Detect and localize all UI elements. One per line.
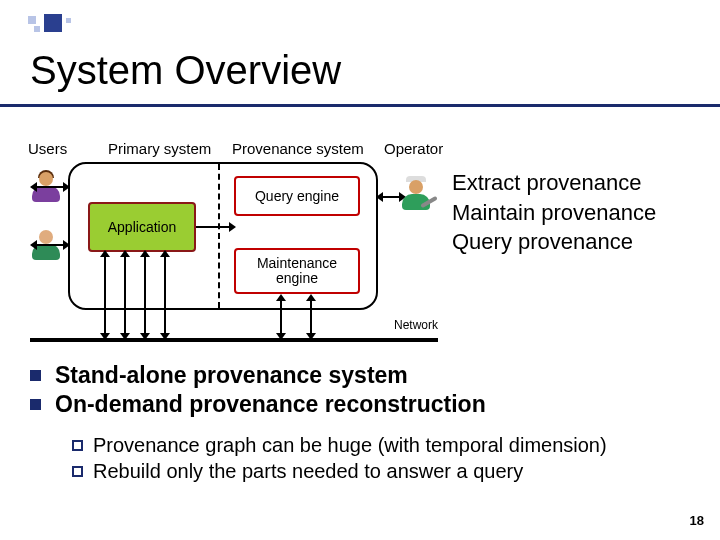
bullet-icon <box>30 399 41 410</box>
bullet-icon <box>30 370 41 381</box>
network-label: Network <box>394 318 438 332</box>
sub-bullet-icon <box>72 466 83 477</box>
arrow-app-net-4 <box>164 256 166 334</box>
label-users: Users <box>28 140 67 157</box>
side-text: Extract provenance Maintain provenance Q… <box>452 168 656 257</box>
arrow-user2-app <box>36 244 64 246</box>
sub-bullet-text: Rebuild only the parts needed to answer … <box>93 460 523 483</box>
bullet-text: On-demand provenance reconstruction <box>55 391 486 418</box>
title-rule <box>0 104 720 107</box>
label-provenance: Provenance system <box>232 140 364 157</box>
side-line: Extract provenance <box>452 168 656 198</box>
panel-divider <box>218 164 220 308</box>
side-line: Query provenance <box>452 227 656 257</box>
network-line <box>30 338 438 342</box>
sub-bullet-icon <box>72 440 83 451</box>
main-bullets: Stand-alone provenance system On-demand … <box>30 362 486 420</box>
side-line: Maintain provenance <box>452 198 656 228</box>
application-box: Application <box>88 202 196 252</box>
arrow-app-net-3 <box>144 256 146 334</box>
arrow-app-net-1 <box>104 256 106 334</box>
operator-icon <box>398 178 434 214</box>
arrow-app-net-2 <box>124 256 126 334</box>
sub-bullets: Provenance graph can be huge (with tempo… <box>72 434 607 486</box>
page-number: 18 <box>690 513 704 528</box>
arrow-user1-app <box>36 186 64 188</box>
slide-decoration <box>14 14 134 38</box>
label-operator: Operator <box>384 140 443 157</box>
sub-bullet-text: Provenance graph can be huge (with tempo… <box>93 434 607 457</box>
maintenance-engine-box: Maintenance engine <box>234 248 360 294</box>
bullet-text: Stand-alone provenance system <box>55 362 408 389</box>
arrow-maint-net-1 <box>280 300 282 334</box>
slide-title: System Overview <box>30 48 341 93</box>
query-engine-box: Query engine <box>234 176 360 216</box>
label-primary: Primary system <box>108 140 211 157</box>
system-diagram: Application Query engine Maintenance eng… <box>68 162 420 312</box>
arrow-maint-net-2 <box>310 300 312 334</box>
arrow-app-to-prov <box>196 226 230 228</box>
